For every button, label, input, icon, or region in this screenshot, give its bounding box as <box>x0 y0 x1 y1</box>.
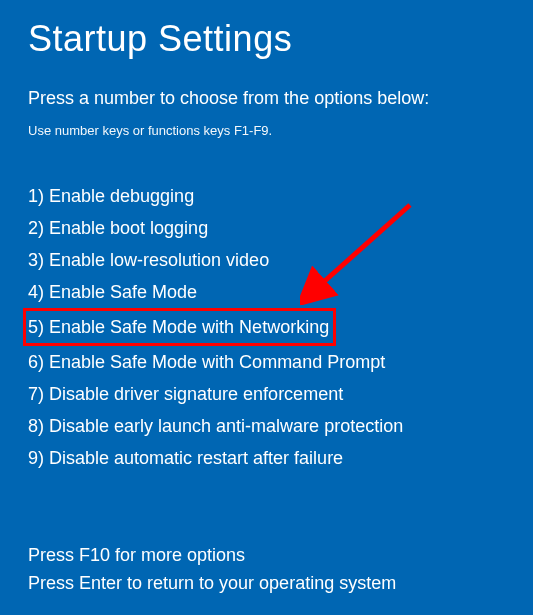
option-7[interactable]: 7) Disable driver signature enforcement <box>28 378 505 410</box>
option-8[interactable]: 8) Disable early launch anti-malware pro… <box>28 410 505 442</box>
option-label-highlighted: 5) Enable Safe Mode with Networking <box>23 308 336 346</box>
footer-return: Press Enter to return to your operating … <box>28 569 396 597</box>
option-9[interactable]: 9) Disable automatic restart after failu… <box>28 442 505 474</box>
subtitle: Press a number to choose from the option… <box>28 88 505 109</box>
option-5[interactable]: 5) Enable Safe Mode with Networking <box>28 308 505 346</box>
option-label: 3) Enable low-resolution video <box>28 250 269 270</box>
option-4[interactable]: 4) Enable Safe Mode <box>28 276 505 308</box>
option-label: 6) Enable Safe Mode with Command Prompt <box>28 352 385 372</box>
hint-text: Use number keys or functions keys F1-F9. <box>28 123 505 138</box>
option-3[interactable]: 3) Enable low-resolution video <box>28 244 505 276</box>
option-label: 7) Disable driver signature enforcement <box>28 384 343 404</box>
option-6[interactable]: 6) Enable Safe Mode with Command Prompt <box>28 346 505 378</box>
option-label: 9) Disable automatic restart after failu… <box>28 448 343 468</box>
option-label: 4) Enable Safe Mode <box>28 282 197 302</box>
page-title: Startup Settings <box>28 18 505 60</box>
option-label: 8) Disable early launch anti-malware pro… <box>28 416 403 436</box>
options-list: 1) Enable debugging 2) Enable boot loggi… <box>28 180 505 474</box>
option-label: 2) Enable boot logging <box>28 218 208 238</box>
footer: Press F10 for more options Press Enter t… <box>28 541 396 597</box>
footer-more-options: Press F10 for more options <box>28 541 396 569</box>
option-1[interactable]: 1) Enable debugging <box>28 180 505 212</box>
option-2[interactable]: 2) Enable boot logging <box>28 212 505 244</box>
option-label: 1) Enable debugging <box>28 186 194 206</box>
